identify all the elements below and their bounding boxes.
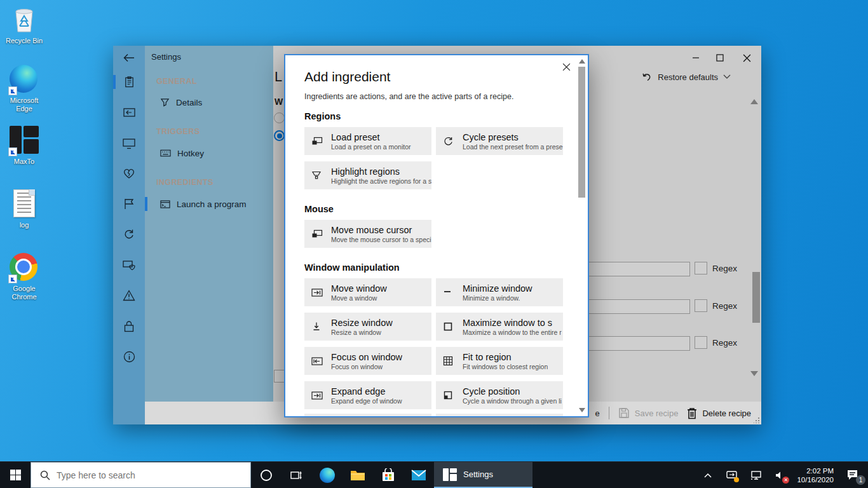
match-input-1[interactable] xyxy=(572,262,690,276)
resize-grip[interactable] xyxy=(754,417,760,423)
shortcut-arrow-icon xyxy=(8,147,17,156)
taskbar-mail-button[interactable] xyxy=(403,462,434,488)
ingredient-partial-row[interactable] xyxy=(436,414,563,417)
desktop-icon-label: MaxTo xyxy=(0,158,48,166)
ingredient-cycle-position[interactable]: Cycle positionCycle a window through a g… xyxy=(436,381,563,409)
tray-update-icon[interactable] xyxy=(724,466,740,485)
nav-item-details[interactable]: Details xyxy=(145,93,273,112)
action-center-button[interactable]: 1 xyxy=(843,466,862,485)
add-ingredient-dialog: Add ingredient Ingredients are actions, … xyxy=(284,54,589,417)
dialog-title: Add ingredient xyxy=(304,69,390,85)
hidden-icons-chevron[interactable] xyxy=(700,466,715,485)
delete-recipe-button[interactable]: Delete recipe xyxy=(687,407,751,419)
dialog-scroll-down-arrow[interactable] xyxy=(579,408,585,412)
start-button[interactable] xyxy=(0,462,31,488)
rail-item-troubleshooting[interactable] xyxy=(113,285,145,306)
ingredient-partial-row[interactable] xyxy=(304,414,431,417)
maximize-button[interactable] xyxy=(709,50,731,66)
lock-icon xyxy=(124,320,134,332)
restore-defaults-button[interactable]: Restore defaults xyxy=(641,71,731,83)
taskbar-file-explorer-button[interactable] xyxy=(342,462,373,488)
ingredient-desc: Fit windows to closest region xyxy=(463,363,548,370)
save-recipe-button[interactable]: Save recipe xyxy=(618,407,679,419)
ingredient-desc: Focus on window xyxy=(331,363,402,370)
task-view-icon xyxy=(290,470,303,480)
desktop-icon-recycle-bin[interactable]: Recycle Bin xyxy=(0,5,48,45)
rail-item-monitors[interactable] xyxy=(113,133,145,154)
volume-muted-icon[interactable]: ✕ xyxy=(773,466,788,485)
ingredient-title: Minimize window xyxy=(463,283,532,294)
ingredient-title: Move window xyxy=(331,283,387,294)
taskbar-edge-button[interactable] xyxy=(312,462,342,488)
task-view-button[interactable] xyxy=(281,462,312,488)
dialog-scrollbar[interactable] xyxy=(577,57,587,415)
funnel-icon xyxy=(160,98,170,107)
rail-item-about[interactable] xyxy=(113,346,145,367)
regex-checkbox-1[interactable] xyxy=(695,262,707,274)
taskbar-active-app-settings[interactable]: Settings xyxy=(434,462,532,488)
file-explorer-icon xyxy=(350,469,365,482)
rail-item-recipes[interactable] xyxy=(113,71,145,93)
minimize-button[interactable] xyxy=(685,50,707,66)
regex-checkbox-2[interactable] xyxy=(695,299,707,312)
rail-item-focus[interactable] xyxy=(113,102,145,123)
rail-item-updates[interactable] xyxy=(113,224,145,245)
rail-item-favorites[interactable] xyxy=(113,163,145,184)
nav-item-hotkey[interactable]: Hotkey xyxy=(145,144,273,163)
taskbar-store-button[interactable] xyxy=(373,462,403,488)
nav-section-triggers: TRIGGERS xyxy=(156,127,200,136)
ingredient-minimize-window[interactable]: Minimize windowMinimize a window. xyxy=(436,278,563,306)
ingredient-resize-window[interactable]: Resize windowResize a window xyxy=(304,313,431,341)
hidden-button-fragment[interactable]: e xyxy=(595,409,600,418)
radio-option-selected[interactable] xyxy=(274,130,285,141)
nav-section-ingredients: INGREDIENTS xyxy=(156,178,214,187)
desktop-icon-log[interactable]: log xyxy=(0,189,48,229)
search-input[interactable] xyxy=(57,470,215,480)
rail-item-license[interactable] xyxy=(113,315,145,337)
cortana-button[interactable] xyxy=(251,462,281,488)
ingredient-cycle-presets[interactable]: Cycle presetsLoad the next preset from a… xyxy=(436,127,563,155)
network-icon[interactable] xyxy=(749,466,764,485)
ingredient-fit-to-region[interactable]: Fit to regionFit windows to closest regi… xyxy=(436,347,563,375)
desktop-icon-label: Recycle Bin xyxy=(0,37,48,45)
dialog-scrollbar-thumb[interactable] xyxy=(578,67,585,198)
ingredient-highlight-regions[interactable]: Highlight regionsHighlight the active re… xyxy=(304,161,431,189)
taskbar-clock[interactable]: 2:02 PM 10/16/2020 xyxy=(797,466,834,484)
nav-title: Settings xyxy=(151,52,181,62)
ingredient-move-window[interactable]: Move windowMove a window xyxy=(304,278,431,306)
ingredient-move-mouse-cursor[interactable]: Move mouse cursorMove the mouse cursor t… xyxy=(304,220,431,248)
dialog-scroll-up-arrow[interactable] xyxy=(579,59,585,64)
radio-option-unselected[interactable] xyxy=(274,112,285,123)
desktop-icon-maxto[interactable]: MaxTo xyxy=(0,126,48,166)
ingredient-desc: Minimize a window. xyxy=(463,294,532,302)
nav-item-label: Launch a program xyxy=(177,200,247,209)
ingredient-expand-edge[interactable]: Expand edgeExpand edge of window xyxy=(304,381,431,409)
ingredient-desc: Maximize a window to the entire r xyxy=(463,329,562,336)
ingredient-maximize-window[interactable]: Maximize window to sMaximize a window to… xyxy=(436,313,563,341)
refresh-icon xyxy=(123,229,135,240)
back-button[interactable] xyxy=(113,47,145,69)
dialog-close-icon[interactable] xyxy=(560,60,573,73)
log-file-icon xyxy=(10,189,39,219)
scroll-down-arrow[interactable] xyxy=(750,371,758,376)
icon-rail xyxy=(113,46,145,424)
rail-item-privacy[interactable] xyxy=(113,254,145,276)
shortcut-arrow-icon xyxy=(8,274,17,283)
match-input-2[interactable] xyxy=(572,299,690,314)
desktop-icon-microsoft-edge[interactable]: Microsoft Edge xyxy=(0,65,48,113)
ingredient-load-preset[interactable]: Load presetLoad a preset on a monitor xyxy=(304,127,431,155)
nav-item-launch-a-program[interactable]: Launch a program xyxy=(145,194,273,214)
desktop-icon-google-chrome[interactable]: Google Chrome xyxy=(0,253,48,301)
save-recipe-label: Save recipe xyxy=(635,409,679,418)
scroll-up-arrow[interactable] xyxy=(750,99,758,104)
nav-item-label: Details xyxy=(176,98,202,107)
desktop-icon-label: Microsoft Edge xyxy=(4,97,44,113)
resize-arrow-icon xyxy=(311,322,325,332)
taskbar-search[interactable] xyxy=(31,462,251,488)
rail-item-flags[interactable] xyxy=(113,193,145,215)
scrollbar-thumb[interactable] xyxy=(752,272,760,323)
close-button[interactable] xyxy=(736,50,757,66)
regex-checkbox-3[interactable] xyxy=(695,336,707,349)
match-input-3[interactable] xyxy=(572,336,690,351)
ingredient-focus-on-window[interactable]: Focus on windowFocus on window xyxy=(304,347,431,375)
